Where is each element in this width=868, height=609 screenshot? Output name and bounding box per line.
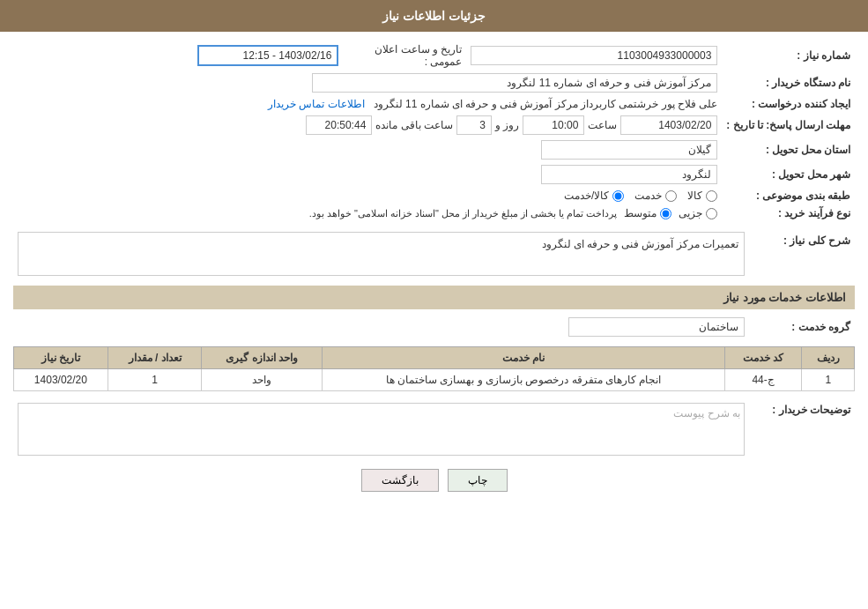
announcement-value: 1403/02/16 - 12:15 (197, 45, 338, 66)
description-value: تعمیرات مرکز آموزش فنی و حرفه ای لنگرود (18, 232, 745, 276)
col-header-quantity: تعداد / مقدار (108, 347, 202, 369)
service-group-table: گروه خدمت : ساختمان (13, 315, 855, 339)
table-row: 1ج-44انجام کارهای متفرقه درخصوص بازسازی … (14, 369, 855, 391)
buyer-description-label: توضیحات خریدار : (749, 400, 855, 458)
creator-value-cell: علی فلاح پور خرشتمی کاربرداز مرکز آموزش … (13, 95, 722, 113)
radio-kala[interactable] (706, 190, 717, 202)
send-days-label: روز و (495, 119, 519, 131)
announcement-label: تاریخ و ساعت اعلان عمومی : (343, 41, 466, 71)
service-group-value-cell: ساختمان (13, 315, 749, 339)
back-button[interactable]: بازگشت (361, 469, 439, 492)
description-value-cell: تعمیرات مرکز آموزش فنی و حرفه ای لنگرود (13, 229, 749, 279)
radio-motavaset-label: متوسط (624, 207, 657, 219)
service-group-value: ساختمان (568, 317, 745, 337)
city-label: شهر محل تحویل : (722, 162, 855, 187)
send-time-value: 10:00 (523, 115, 584, 135)
action-buttons: چاپ بازگشت (13, 469, 855, 492)
services-section-title: اطلاعات خدمات مورد نیاز (13, 286, 855, 309)
radio-khadamat[interactable] (665, 190, 677, 202)
city-value-cell: لنگرود (13, 162, 722, 187)
radio-kala-khadamat[interactable] (612, 190, 624, 202)
col-header-code: کد خدمت (724, 347, 802, 369)
cell-name: انجام کارهای متفرقه درخصوص بازسازی و بهس… (323, 369, 725, 391)
services-table: ردیف کد خدمت نام خدمت واحد اندازه گیری ت… (13, 346, 855, 391)
radio-motavaset[interactable] (660, 208, 671, 219)
announcement-value-cell: 1403/02/16 - 12:15 (13, 41, 343, 71)
province-value-cell: گیلان (13, 137, 722, 162)
cell-quantity: 1 (108, 369, 202, 391)
col-header-date: تاریخ نیاز (14, 347, 108, 369)
send-date-value: 1403/02/20 (620, 115, 717, 135)
radio-kala-label: کالا (687, 189, 702, 202)
col-header-row: ردیف (802, 347, 855, 369)
need-number-value: 1103004933000003 (471, 46, 717, 65)
process-notice: پرداخت تمام یا بخشی از مبلغ خریدار از مح… (309, 208, 618, 219)
buyer-description-value-cell: به شرح پیوست (13, 400, 749, 458)
cell-unit: واحد (202, 369, 323, 391)
category-label: طبقه بندی موضوعی : (722, 187, 855, 204)
need-number-value-cell: 1103004933000003 (466, 41, 722, 71)
radio-khadamat-label: خدمت (634, 189, 662, 202)
col-header-unit: واحد اندازه گیری (202, 347, 323, 369)
print-button[interactable]: چاپ (448, 469, 508, 492)
contact-link[interactable]: اطلاعات تماس خریدار (268, 98, 365, 110)
page-title: جزئیات اطلاعات نیاز (382, 9, 486, 23)
description-label: شرح کلی نیاز : (749, 229, 855, 279)
org-name-label: نام دستگاه خریدار : (722, 71, 855, 95)
radio-kala-khadamat-label: کالا/خدمت (564, 189, 609, 202)
org-name-value: مرکز آموزش فنی و حرفه ای شماره 11 لنگرود (312, 73, 717, 93)
buyer-description-placeholder: به شرح پیوست (673, 407, 740, 420)
description-section: شرح کلی نیاز : تعمیرات مرکز آموزش فنی و … (13, 229, 855, 279)
process-type-label: نوع فرآیند خرید : (722, 204, 855, 222)
send-date-label: مهلت ارسال پاسخ: تا تاریخ : (722, 113, 855, 137)
category-radios: کالا خدمت کالا/خدمت (13, 187, 722, 204)
main-info-table: شماره نیاز : 1103004933000003 تاریخ و سا… (13, 41, 855, 222)
cell-date: 1403/02/20 (14, 369, 108, 391)
org-name-value-cell: مرکز آموزش فنی و حرفه ای شماره 11 لنگرود (13, 71, 722, 95)
province-label: استان محل تحویل : (722, 137, 855, 162)
process-type-row: جزیی متوسط پرداخت تمام یا بخشی از مبلغ خ… (13, 204, 722, 222)
send-time-label: ساعت (588, 119, 617, 131)
send-remaining-value: 20:50:44 (306, 115, 372, 135)
radio-jozvi[interactable] (706, 208, 717, 219)
buyer-description-table: توضیحات خریدار : به شرح پیوست (13, 400, 855, 458)
province-value: گیلان (541, 140, 717, 160)
page-header: جزئیات اطلاعات نیاز (0, 0, 868, 32)
radio-jozvi-label: جزیی (679, 207, 702, 219)
service-group-label: گروه خدمت : (749, 315, 855, 339)
cell-row: 1 (802, 369, 855, 391)
col-header-name: نام خدمت (323, 347, 725, 369)
city-value: لنگرود (541, 165, 717, 184)
send-remaining-label: ساعت باقی مانده (375, 119, 453, 131)
cell-code: ج-44 (724, 369, 802, 391)
creator-label: ایجاد کننده درخواست : (722, 95, 855, 113)
need-number-label: شماره نیاز : (722, 41, 855, 71)
send-date-row: 1403/02/20 ساعت 10:00 روز و 3 ساعت باقی … (13, 113, 722, 137)
creator-value: علی فلاح پور خرشتمی کاربرداز مرکز آموزش … (374, 98, 718, 110)
send-days-value: 3 (456, 115, 492, 135)
